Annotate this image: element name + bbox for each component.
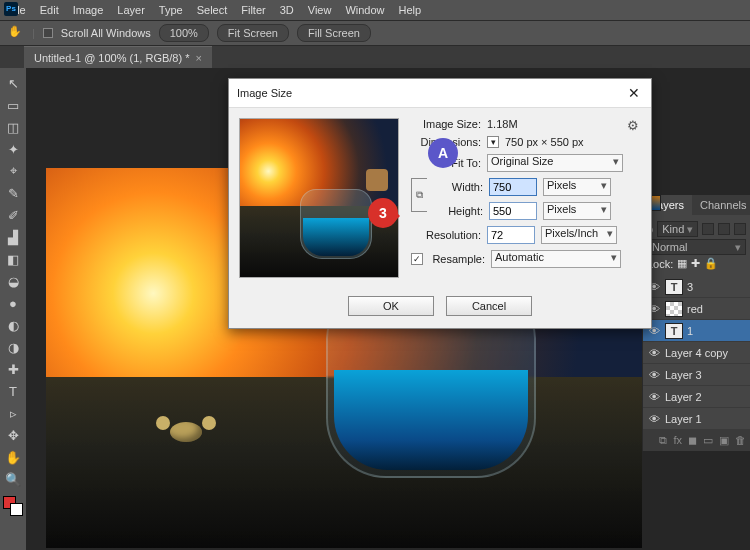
- resample-checkbox[interactable]: ✓: [411, 253, 423, 265]
- hand-tool-icon[interactable]: ✋: [8, 25, 24, 41]
- lock-pixels-icon[interactable]: ▦: [677, 257, 687, 270]
- link-layers-icon[interactable]: ⧉: [659, 434, 667, 447]
- path-tool[interactable]: ▹: [2, 403, 24, 423]
- fill-screen-button[interactable]: Fill Screen: [297, 24, 371, 42]
- layer-name[interactable]: Layer 4 copy: [665, 347, 746, 359]
- layer-row[interactable]: 👁Layer 3: [643, 364, 750, 386]
- dialog-preview: [239, 118, 399, 278]
- resolution-unit-select[interactable]: Pixels/Inch: [541, 226, 617, 244]
- trash-icon[interactable]: 🗑: [735, 434, 746, 447]
- resolution-label: Resolution:: [411, 229, 481, 241]
- dialog-close-button[interactable]: ✕: [625, 85, 643, 101]
- tools-palette: ↖ ▭ ◫ ✦ ⌖ ✎ ✐ ▟ ◧ ◒ ● ◐ ◑ ✚ T ▹ ✥ ✋ 🔍: [0, 68, 26, 550]
- zoom-level-button[interactable]: 100%: [159, 24, 209, 42]
- layer-row[interactable]: 👁T1: [643, 320, 750, 342]
- filter-type-icon[interactable]: [734, 223, 746, 235]
- layer-row[interactable]: 👁Layer 2: [643, 386, 750, 408]
- lock-position-icon[interactable]: ✚: [691, 257, 700, 270]
- shape-tool[interactable]: ✥: [2, 425, 24, 445]
- type-tool[interactable]: T: [2, 381, 24, 401]
- wand-tool[interactable]: ✦: [2, 139, 24, 159]
- gear-icon[interactable]: ⚙: [627, 118, 639, 133]
- layer-thumbnail: [665, 301, 683, 317]
- visibility-icon[interactable]: 👁: [647, 369, 661, 381]
- tab-channels[interactable]: Channels: [692, 195, 750, 215]
- resample-label: Resample:: [429, 253, 485, 265]
- height-input[interactable]: [489, 202, 537, 220]
- canvas-crab: [156, 412, 216, 448]
- height-unit-select[interactable]: Pixels: [543, 202, 611, 220]
- resolution-input[interactable]: [487, 226, 535, 244]
- layer-thumbnail: T: [665, 323, 683, 339]
- callout-3: 3: [368, 198, 398, 228]
- menu-view[interactable]: View: [308, 4, 332, 16]
- blend-mode-select[interactable]: Normal: [647, 239, 746, 255]
- menu-select[interactable]: Select: [197, 4, 228, 16]
- width-unit-select[interactable]: Pixels: [543, 178, 611, 196]
- dimensions-unit-toggle[interactable]: ▾: [487, 136, 499, 148]
- image-size-dialog: Image Size ✕ ⚙ Image Size:1.18M Dimensio…: [228, 78, 652, 329]
- pen-tool[interactable]: ✚: [2, 359, 24, 379]
- history-brush-tool[interactable]: ◧: [2, 249, 24, 269]
- layer-mask-icon[interactable]: ◼: [688, 434, 697, 447]
- close-tab-icon[interactable]: ×: [195, 52, 201, 64]
- gradient-tool[interactable]: ●: [2, 293, 24, 313]
- menu-edit[interactable]: Edit: [40, 4, 59, 16]
- width-label: Width:: [435, 181, 483, 193]
- new-layer-icon[interactable]: ▣: [719, 434, 729, 447]
- zoom-tool[interactable]: 🔍: [2, 469, 24, 489]
- eraser-tool[interactable]: ◒: [2, 271, 24, 291]
- layer-name[interactable]: Layer 1: [665, 413, 746, 425]
- new-group-icon[interactable]: ▭: [703, 434, 713, 447]
- layer-name[interactable]: Layer 3: [665, 369, 746, 381]
- menu-window[interactable]: Window: [345, 4, 384, 16]
- lasso-tool[interactable]: ◫: [2, 117, 24, 137]
- dimensions-value: 750 px × 550 px: [505, 136, 584, 148]
- layer-fx-icon[interactable]: fx: [673, 434, 682, 447]
- menu-3d[interactable]: 3D: [280, 4, 294, 16]
- layer-row[interactable]: 👁red: [643, 298, 750, 320]
- blur-tool[interactable]: ◐: [2, 315, 24, 335]
- document-tab[interactable]: Untitled-1 @ 100% (1, RGB/8) * ×: [24, 46, 212, 68]
- color-swatches[interactable]: [3, 496, 23, 516]
- menu-filter[interactable]: Filter: [241, 4, 265, 16]
- cancel-button[interactable]: Cancel: [446, 296, 532, 316]
- menu-type[interactable]: Type: [159, 4, 183, 16]
- lock-all-icon[interactable]: 🔒: [704, 257, 718, 270]
- resample-select[interactable]: Automatic: [491, 250, 621, 268]
- layer-name[interactable]: Layer 2: [665, 391, 746, 403]
- layer-row[interactable]: 👁Layer 1: [643, 408, 750, 430]
- ok-button[interactable]: OK: [348, 296, 434, 316]
- hand-tool[interactable]: ✋: [2, 447, 24, 467]
- visibility-icon[interactable]: 👁: [647, 391, 661, 403]
- constrain-proportions-icon[interactable]: ⧉: [411, 178, 427, 212]
- eyedropper-tool[interactable]: ✎: [2, 183, 24, 203]
- menu-help[interactable]: Help: [399, 4, 422, 16]
- filter-img-icon[interactable]: [702, 223, 714, 235]
- layer-row[interactable]: 👁T3: [643, 276, 750, 298]
- brush-tool[interactable]: ✐: [2, 205, 24, 225]
- move-tool[interactable]: ↖: [2, 73, 24, 93]
- layer-name[interactable]: 1: [687, 325, 746, 337]
- marquee-tool[interactable]: ▭: [2, 95, 24, 115]
- layer-kind-select[interactable]: Kind: [657, 221, 698, 237]
- menu-layer[interactable]: Layer: [117, 4, 145, 16]
- fit-to-select[interactable]: Original Size: [487, 154, 623, 172]
- dialog-title: Image Size: [237, 87, 292, 99]
- layer-name[interactable]: 3: [687, 281, 746, 293]
- fit-screen-button[interactable]: Fit Screen: [217, 24, 289, 42]
- layer-row[interactable]: 👁Layer 4 copy: [643, 342, 750, 364]
- stamp-tool[interactable]: ▟: [2, 227, 24, 247]
- layer-thumbnail: T: [665, 279, 683, 295]
- filter-adj-icon[interactable]: [718, 223, 730, 235]
- visibility-icon[interactable]: 👁: [647, 347, 661, 359]
- crop-tool[interactable]: ⌖: [2, 161, 24, 181]
- visibility-icon[interactable]: 👁: [647, 413, 661, 425]
- scroll-all-checkbox[interactable]: [43, 28, 53, 38]
- layer-name[interactable]: red: [687, 303, 746, 315]
- dodge-tool[interactable]: ◑: [2, 337, 24, 357]
- width-input[interactable]: [489, 178, 537, 196]
- image-size-label: Image Size:: [411, 118, 481, 130]
- scroll-all-label: Scroll All Windows: [61, 27, 151, 39]
- menu-image[interactable]: Image: [73, 4, 104, 16]
